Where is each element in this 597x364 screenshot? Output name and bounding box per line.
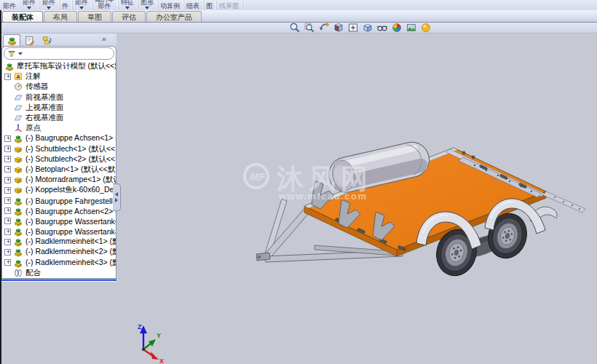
tree-item-icon (13, 268, 23, 278)
expand-plus-icon[interactable] (4, 239, 11, 245)
view-settings-icon[interactable] (419, 22, 432, 33)
move-component-button[interactable]: 部件 (72, 0, 92, 10)
tree-item[interactable]: (-) Betoplan<1> (默认<<默 (2, 165, 116, 175)
tree-item-icon (13, 237, 23, 247)
tree-item[interactable]: 摩托车拖车设计模型 (默认<<默 (2, 61, 116, 71)
section-view-icon[interactable] (332, 22, 345, 33)
expand-plus-icon[interactable] (4, 74, 11, 80)
tree-item-icon (13, 103, 23, 113)
tree-item-icon (13, 185, 23, 195)
expand-plus-icon[interactable] (4, 259, 11, 266)
propertymanager-tab[interactable] (20, 34, 38, 46)
tree-item[interactable]: 上视基准面 (2, 103, 116, 113)
previous-view-icon[interactable] (317, 22, 331, 33)
tree-item[interactable]: (-) Baugruppe Wassertank-2 (2, 226, 116, 237)
display-style-icon[interactable] (361, 22, 374, 33)
explode-line-sketch-button[interactable]: 线草图 (216, 0, 242, 10)
featuremanager-panel: 摩托车拖车设计模型 (默认<<默 注解 传感器 前视基准面 上视基准面 (1, 46, 116, 279)
headsup-view-toolbar (288, 20, 432, 34)
tree-item[interactable]: (-) Radklemmeinheit<3> (默 (2, 258, 116, 268)
tree-item[interactable]: (-) Schutblech<2> (默认<< (2, 154, 116, 165)
tree-item[interactable]: (-) Baugruppe Fahrgestell- (2, 195, 116, 205)
assembly-features-button[interactable]: 特征 (118, 0, 138, 10)
headsup-icon (406, 22, 417, 33)
tree-item[interactable]: 配合 (2, 268, 116, 278)
tree-item-icon (13, 113, 23, 123)
tree-item-icon (4, 61, 15, 71)
headsup-icon (289, 22, 301, 33)
expand-plus-icon[interactable] (4, 207, 11, 214)
tree-item-icon (13, 247, 23, 257)
tree-item[interactable]: 原点 (2, 123, 116, 133)
headsup-icon (347, 22, 359, 33)
configurationmanager-tab[interactable] (38, 34, 55, 46)
exploded-view-button[interactable]: 图 (203, 0, 216, 10)
hide-show-items-icon[interactable] (376, 22, 389, 33)
apply-scene-icon[interactable] (405, 22, 418, 33)
reference-geometry-button[interactable]: 图形 (138, 0, 157, 10)
tree-item-icon (13, 71, 23, 82)
tab-evaluate[interactable]: 评估 (112, 11, 146, 22)
edit-appearance-icon[interactable] (390, 22, 403, 33)
tree-item[interactable]: (-) Baugruppe Achsen<1> (默 (2, 133, 116, 143)
tree-item[interactable]: 传感器 (2, 82, 116, 92)
tree-item[interactable]: (-) Koppelst鱼k-60x60_Def- (2, 185, 116, 195)
expand-plus-icon[interactable] (4, 135, 11, 142)
expand-plus-icon[interactable] (4, 166, 11, 173)
mate-button[interactable]: 部件 (20, 0, 39, 10)
expand-plus-icon[interactable] (4, 156, 11, 162)
panel-tab-icon (41, 35, 52, 46)
feature-tree: 摩托车拖车设计模型 (默认<<默 注解 传感器 前视基准面 上视基准面 (2, 61, 116, 278)
zoom-to-fit-icon[interactable] (288, 22, 301, 33)
bill-of-materials-button[interactable]: 细表 (183, 0, 203, 10)
tree-item[interactable]: 右视基准面 (2, 113, 116, 123)
tree-item[interactable]: (-) Motorradrampe<1> (默认 (2, 175, 116, 185)
collapse-right-icon (115, 198, 118, 202)
featuremanager-tab[interactable] (3, 34, 20, 46)
tree-item-icon (13, 258, 23, 268)
tree-item-icon (13, 154, 23, 165)
dropdown-arrow-icon (47, 7, 51, 9)
tab-office-products[interactable]: 办公室产品 (146, 11, 202, 22)
expand-plus-icon[interactable] (4, 146, 11, 152)
view-orientation-icon[interactable] (347, 22, 360, 33)
tree-item-icon (13, 216, 23, 226)
tree-item[interactable]: (-) Baugruppe Wassertank< (2, 216, 116, 226)
motion-study-button[interactable]: 动算例 (157, 0, 183, 10)
panel-tab-strip (1, 33, 116, 46)
tree-item-icon (13, 123, 23, 133)
tree-item[interactable]: 注解 (2, 71, 116, 82)
expand-plus-icon[interactable] (4, 197, 11, 204)
panel-bottom-splitter[interactable] (1, 279, 116, 282)
tree-item-icon (13, 92, 23, 103)
tree-filter[interactable] (4, 47, 114, 60)
expand-plus-icon[interactable] (4, 218, 11, 224)
dropdown-arrow-icon (145, 7, 149, 9)
command-manager-toolbar: 部件 部件 部件 件 部件 藏的零 部件 特征 图形 动算例 细表 (0, 0, 597, 10)
tree-item[interactable]: (-) Baugruppe Achsen<2> ( (2, 206, 116, 216)
panel-overflow-chevron[interactable]: » (102, 35, 106, 43)
expand-plus-icon[interactable] (4, 177, 11, 183)
tree-item-icon (13, 82, 23, 92)
show-hidden-components-button[interactable]: 藏的零 部件 (92, 0, 118, 10)
headsup-icon (333, 22, 344, 33)
tree-item-icon (13, 206, 23, 216)
component-pattern-button[interactable]: 部件 (39, 0, 59, 10)
tree-item[interactable]: 前视基准面 (2, 92, 116, 103)
headsup-icon (304, 22, 315, 33)
panel-splitter-grip[interactable] (113, 183, 121, 211)
insert-components-button[interactable]: 部件 (0, 0, 20, 10)
tree-item-icon (13, 196, 23, 206)
tab-layout[interactable]: 布局 (44, 11, 77, 22)
zoom-to-area-icon[interactable] (303, 22, 316, 33)
smart-fasteners-button[interactable]: 件 (59, 0, 72, 10)
expand-plus-icon[interactable] (4, 229, 11, 235)
tab-assembly[interactable]: 装配体 (2, 11, 43, 22)
tree-item[interactable]: (-) Schutblech<1> (默认<< (2, 144, 116, 154)
expand-plus-icon[interactable] (4, 249, 11, 256)
tree-item[interactable]: (-) Radklemmeinheit<2> (默 (2, 247, 116, 257)
tree-item[interactable]: (-) Radklemmeinheit<1> (默 (2, 237, 116, 247)
tab-sketch[interactable]: 草图 (78, 11, 111, 22)
panel-tab-icon (7, 35, 17, 46)
expand-plus-icon[interactable] (4, 187, 11, 194)
